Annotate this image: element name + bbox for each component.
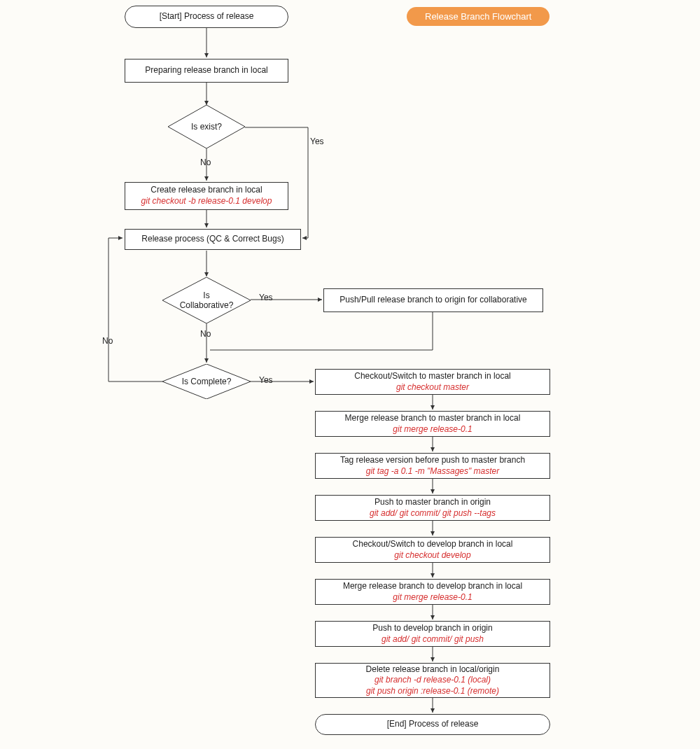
exist-decision-label: Is exist? (168, 122, 245, 132)
prepare-process: Preparing release branch in local (125, 59, 288, 83)
exist-no-label: No (200, 158, 211, 167)
checkout-develop-text: Checkout/Switch to develop branch in loc… (353, 539, 513, 550)
complete-no-label: No (102, 336, 113, 346)
delete-text: Delete release branch in local/origin (366, 664, 500, 676)
push-develop-process: Push to develop branch in origin git add… (315, 621, 550, 647)
create-process: Create release branch in local git check… (125, 182, 288, 210)
merge-develop-process: Merge release branch to develop branch i… (315, 579, 550, 605)
complete-decision: Is Complete? (162, 364, 251, 399)
delete-cmd1: git branch -d release-0.1 (local) (374, 675, 491, 686)
checkout-master-process: Checkout/Switch to master branch in loca… (315, 369, 550, 395)
push-develop-text: Push to develop branch in origin (372, 623, 492, 634)
push-develop-cmd: git add/ git commit/ git push (382, 634, 484, 645)
collab-no-label: No (200, 329, 211, 339)
qc-process: Release process (QC & Correct Bugs) (125, 229, 301, 250)
checkout-develop-cmd: git checkout develop (394, 550, 470, 561)
pushpull-process: Push/Pull release branch to origin for c… (323, 288, 543, 312)
merge-master-text: Merge release branch to master branch in… (345, 413, 521, 424)
start-terminator: [Start] Process of release (125, 6, 288, 28)
checkout-master-text: Checkout/Switch to master branch in loca… (354, 371, 510, 382)
create-cmd: git checkout -b release-0.1 develop (141, 196, 272, 207)
title-badge: Release Branch Flowchart (407, 7, 550, 26)
checkout-master-cmd: git checkout master (396, 382, 469, 393)
exist-decision: Is exist? (168, 105, 245, 148)
push-master-text: Push to master branch in origin (374, 497, 491, 508)
collab-decision: Is Collaborative? (162, 277, 251, 323)
push-master-process: Push to master branch in origin git add/… (315, 495, 550, 521)
push-master-cmd: git add/ git commit/ git push --tags (370, 508, 496, 519)
exist-yes-label: Yes (310, 136, 324, 146)
complete-yes-label: Yes (259, 375, 273, 385)
merge-master-cmd: git merge release-0.1 (393, 424, 472, 435)
collab-decision-label: Is Collaborative? (162, 290, 251, 310)
checkout-develop-process: Checkout/Switch to develop branch in loc… (315, 537, 550, 563)
merge-master-process: Merge release branch to master branch in… (315, 411, 550, 437)
merge-develop-cmd: git merge release-0.1 (393, 592, 472, 603)
collab-yes-label: Yes (259, 293, 273, 302)
tag-cmd: git tag -a 0.1 -m "Massages" master (366, 466, 500, 477)
tag-process: Tag release version before push to maste… (315, 453, 550, 479)
delete-cmd2: git push origin :release-0.1 (remote) (366, 686, 499, 697)
create-text: Create release branch in local (150, 185, 262, 196)
end-terminator: [End] Process of release (315, 714, 550, 735)
tag-text: Tag release version before push to maste… (340, 455, 525, 466)
merge-develop-text: Merge release branch to develop branch i… (343, 581, 522, 592)
complete-decision-label: Is Complete? (162, 377, 251, 386)
delete-process: Delete release branch in local/origin gi… (315, 663, 550, 698)
